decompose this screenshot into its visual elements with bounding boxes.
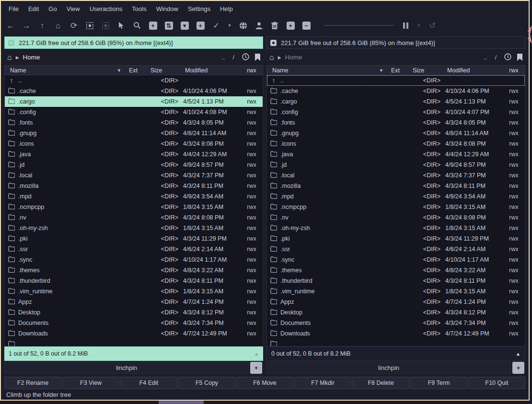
fkey-f8-button[interactable]: F8 Delete — [352, 377, 409, 389]
file-row[interactable]: .vim_runtime<DIR>1/8/24 3:15 AMrwx — [5, 286, 263, 297]
file-row[interactable]: .pki<DIR>4/3/24 11:29 PMrwx — [5, 233, 263, 244]
taskbar-item[interactable] — [159, 401, 204, 404]
file-row[interactable]: Downloads<DIR>4/7/24 12:49 PMrwx — [5, 328, 263, 339]
file-row-updir[interactable]: ↑..<DIR> — [267, 75, 525, 86]
user-icon[interactable] — [254, 21, 264, 30]
file-row[interactable]: .oh-my-zsh<DIR>1/8/24 3:15 AMrwx — [267, 223, 525, 233]
file-row[interactable]: .mozilla<DIR>4/3/24 8:11 PMrwx — [5, 181, 263, 191]
menu-go[interactable]: Go — [44, 3, 61, 14]
file-row[interactable] — [267, 339, 525, 346]
file-row[interactable]: .sync<DIR>4/10/24 1:17 AMrwx — [267, 254, 525, 265]
file-row[interactable]: Appz<DIR>4/7/24 1:24 PMrwx — [267, 297, 525, 307]
file-list[interactable]: ↑..<DIR>.cache<DIR>4/10/24 4:06 PMrwx.ca… — [4, 75, 263, 346]
unmark-group-icon[interactable] — [101, 21, 110, 30]
file-row[interactable]: .cache<DIR>4/10/24 4:06 PMrwx — [5, 86, 263, 96]
file-row[interactable]: Appz<DIR>4/7/24 1:24 PMrwx — [5, 297, 263, 307]
file-row[interactable]: Downloads<DIR>4/7/24 12:49 PMrwx — [267, 328, 525, 339]
trash-icon[interactable] — [270, 21, 279, 30]
file-row[interactable]: .mpd<DIR>4/9/24 3:54 AMrwx — [267, 191, 525, 202]
menu-settings[interactable]: Settings — [183, 3, 215, 14]
file-list[interactable]: ↑..<DIR>.cache<DIR>4/10/24 4:06 PMrwx.ca… — [266, 75, 525, 346]
file-row[interactable]: .ssr<DIR>4/6/24 2:14 AMrwx — [5, 244, 263, 254]
file-row[interactable]: .themes<DIR>4/8/24 3:22 AMrwx — [5, 265, 263, 276]
file-row[interactable]: .jd<DIR>4/9/24 8:57 PMrwx — [5, 160, 263, 170]
forward-icon[interactable]: → — [22, 21, 31, 30]
swap-panels-icon[interactable]: ⇅ — [164, 21, 173, 30]
updir-button[interactable]: .. — [220, 54, 227, 61]
file-row[interactable]: .nv<DIR>4/3/24 8:08 PMrwx — [267, 212, 525, 223]
file-row[interactable]: .cargo<DIR>4/5/24 1:13 PMrwx — [267, 96, 525, 107]
file-row[interactable]: .ssr<DIR>4/6/24 2:14 AMrwx — [267, 244, 525, 254]
file-row[interactable]: Desktop<DIR>4/3/24 8:12 PMrwx — [5, 307, 263, 318]
file-row[interactable]: .java<DIR>4/4/24 12:29 AMrwx — [5, 149, 263, 160]
file-row-updir[interactable]: ↑..<DIR> — [5, 75, 263, 86]
archive-icon[interactable]: ▾ — [180, 21, 189, 30]
pointer-icon[interactable] — [116, 21, 126, 30]
home-icon[interactable]: ⌂ — [269, 53, 274, 62]
tab-linchpin[interactable]: linchpin — [266, 362, 511, 374]
file-row[interactable]: .icons<DIR>4/3/24 8:08 PMrwx — [267, 139, 525, 149]
column-size[interactable]: Size — [147, 67, 179, 74]
file-row[interactable]: .nv<DIR>4/3/24 8:08 PMrwx — [5, 212, 263, 223]
bookmark-icon[interactable] — [517, 54, 522, 61]
fkey-f6-button[interactable]: F6 Move — [236, 377, 293, 389]
home-icon[interactable]: ⌂ — [53, 21, 63, 30]
file-row[interactable]: .cache<DIR>4/10/24 4:06 PMrwx — [267, 86, 525, 96]
root-button[interactable]: / — [493, 54, 498, 61]
bookmark-icon[interactable] — [255, 54, 260, 61]
new-tab-icon[interactable]: + — [512, 362, 524, 374]
file-row[interactable] — [5, 339, 263, 346]
file-row[interactable]: .fonts<DIR>4/3/24 8:05 PMrwx — [267, 117, 525, 128]
check-icon[interactable]: ✓ — [211, 21, 221, 30]
back-icon[interactable]: ← — [6, 21, 15, 30]
file-row[interactable]: .mpd<DIR>4/9/24 3:54 AMrwx — [5, 191, 263, 202]
add-icon[interactable]: + — [286, 21, 295, 30]
pause-dropdown-icon[interactable]: ▾ — [416, 21, 421, 30]
network-icon[interactable] — [238, 21, 248, 30]
menu-file[interactable]: File — [4, 3, 23, 14]
menu-window[interactable]: Window — [151, 3, 183, 14]
breadcrumb[interactable]: Home — [23, 54, 40, 61]
file-row[interactable]: .oh-my-zsh<DIR>1/8/24 3:15 AMrwx — [5, 223, 263, 233]
file-row[interactable]: .themes<DIR>4/8/24 3:22 AMrwx — [267, 265, 525, 276]
updir-button[interactable]: .. — [482, 54, 489, 61]
file-row[interactable]: .gnupg<DIR>4/8/24 11:14 AMrwx — [5, 128, 263, 139]
menu-help[interactable]: Help — [215, 3, 238, 14]
file-row[interactable]: Desktop<DIR>4/3/24 8:12 PMrwx — [267, 307, 525, 318]
home-icon[interactable]: ⌂ — [7, 53, 12, 62]
search-icon[interactable] — [132, 21, 142, 30]
column-size[interactable]: Size — [409, 67, 441, 74]
menu-edit[interactable]: Edit — [23, 3, 44, 14]
collapse-icon[interactable]: ▲ — [254, 351, 259, 357]
up-icon[interactable]: ↑ — [37, 21, 47, 30]
fkey-f10-button[interactable]: F10 Quit — [468, 377, 525, 389]
file-row[interactable]: .ncmpcpp<DIR>1/8/24 3:15 AMrwx — [5, 202, 263, 212]
file-row[interactable]: .thunderbird<DIR>4/3/24 8:11 PMrwx — [267, 276, 525, 286]
refresh-icon[interactable]: ⟳ — [69, 21, 79, 30]
menu-view[interactable]: View — [62, 3, 85, 14]
check-dropdown-icon[interactable]: ▾ — [227, 21, 232, 30]
column-name[interactable]: Name▼ — [267, 67, 387, 74]
file-row[interactable]: .fonts<DIR>4/3/24 8:05 PMrwx — [5, 117, 263, 128]
file-row[interactable]: .cargo<DIR>4/5/24 1:13 PMrwx — [5, 96, 263, 107]
column-ext[interactable]: Ext — [125, 67, 147, 74]
tab-linchpin[interactable]: linchpin — [4, 362, 249, 374]
file-row[interactable]: .pki<DIR>4/3/24 11:29 PMrwx — [267, 233, 525, 244]
pause-icon[interactable] — [401, 21, 410, 30]
file-row[interactable]: .sync<DIR>4/10/24 1:17 AMrwx — [5, 254, 263, 265]
file-row[interactable]: .mozilla<DIR>4/3/24 8:11 PMrwx — [267, 181, 525, 191]
fkey-f5-button[interactable]: F5 Copy — [178, 377, 235, 389]
column-ext[interactable]: Ext — [387, 67, 409, 74]
menu-useractions[interactable]: Useractions — [85, 3, 127, 14]
menu-tools[interactable]: Tools — [127, 3, 151, 14]
file-row[interactable]: .local<DIR>4/3/24 7:37 PMrwx — [267, 170, 525, 181]
fkey-f4-button[interactable]: F4 Edit — [120, 377, 177, 389]
file-row[interactable]: .icons<DIR>4/3/24 8:08 PMrwx — [5, 139, 263, 149]
file-row[interactable]: .thunderbird<DIR>4/3/24 8:11 PMrwx — [5, 276, 263, 286]
breadcrumb[interactable]: Home — [285, 54, 302, 61]
column-modified[interactable]: Modified — [179, 67, 241, 74]
mark-group-icon[interactable] — [85, 21, 94, 30]
file-row[interactable]: .java<DIR>4/4/24 12:29 AMrwx — [267, 149, 525, 160]
file-row[interactable]: .ncmpcpp<DIR>1/8/24 3:15 AMrwx — [267, 202, 525, 212]
pack-files-icon[interactable]: + — [148, 21, 158, 30]
